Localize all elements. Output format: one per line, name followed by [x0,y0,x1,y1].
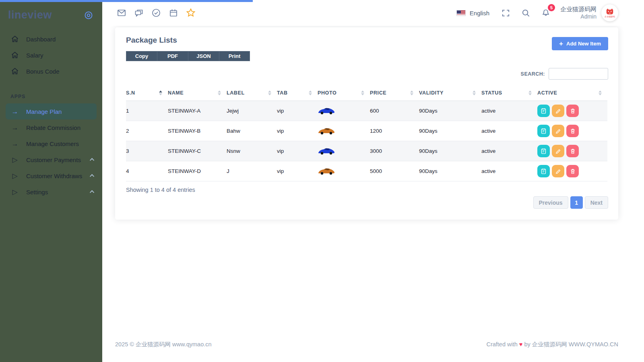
cell-tab: vip [277,161,318,181]
cell-tab: vip [277,141,318,161]
sidebar-item-label: Dashboard [26,36,94,43]
table-search: SEARCH: [521,68,608,80]
sidebar: lineview Dashboard Salary Bonus Code AP [0,0,102,362]
print-button[interactable]: Print [219,51,250,61]
top-header: English 5 企业猫源码网 Admin 企业猫源码 [102,0,644,26]
column-header-name[interactable]: NAME [168,86,227,101]
cell-price: 5000 [370,161,419,181]
notification-count-badge: 5 [548,4,555,11]
fullscreen-icon[interactable] [500,7,511,19]
column-header-tab[interactable]: TAB [277,86,318,101]
packages-table: S.N NAME LABEL TAB PHOTO PRICE VALIDITY … [126,86,607,181]
footer-credit-prefix: Crafted with [486,341,517,348]
sidebar-pin-icon[interactable] [84,10,93,20]
cell-price: 3000 [370,141,419,161]
sidebar-item-manage-plan[interactable]: → Manage Plan [6,103,97,119]
sidebar-section-apps: APPS [10,94,102,99]
column-header-photo[interactable]: PHOTO [318,86,370,101]
user-info: 企业猫源码网 Admin [560,6,597,20]
sidebar-item-label: Manage Customers [26,140,94,147]
us-flag-icon[interactable] [456,10,466,16]
heart-icon: ♥ [519,341,523,348]
row-actions [537,105,604,117]
view-button[interactable] [537,145,550,157]
arrow-right-icon: → [10,124,19,131]
column-header-validity[interactable]: VALIDITY [419,86,481,101]
cell-photo [318,161,370,181]
arrow-right-icon: → [10,140,19,147]
search-icon[interactable] [520,7,531,19]
sidebar-item-bonus-code[interactable]: Bonus Code [0,63,102,79]
previous-page-button[interactable]: Previous [533,196,568,209]
cell-name: STEINWAY-C [168,141,227,161]
sort-icon [599,90,602,95]
edit-button[interactable] [552,125,564,137]
check-circle-icon[interactable] [151,7,162,19]
copy-button[interactable]: Copy [126,51,157,61]
sidebar-item-label: Bonus Code [26,68,94,75]
column-header-label[interactable]: LABEL [227,86,277,101]
view-button[interactable] [537,125,550,137]
car-photo [318,126,335,136]
sidebar-menu: Dashboard Salary Bonus Code APPS → Manag… [0,31,102,200]
sidebar-item-salary[interactable]: Salary [0,47,102,63]
triangle-right-icon: ▷ [10,156,19,163]
delete-button[interactable] [566,145,579,157]
sidebar-item-manage-customers[interactable]: → Manage Customers [0,136,102,152]
user-avatar[interactable]: 企业猫源码 [601,4,618,21]
sort-icon [361,90,364,95]
cell-price: 600 [370,101,419,121]
edit-button[interactable] [552,165,564,177]
car-photo [318,167,335,176]
footer-credit: Crafted with♥by 企业猫源码网 WWW.QYMAO.CN [486,341,618,348]
next-page-button[interactable]: Next [585,196,608,209]
add-new-item-button[interactable]: + Add New Item [552,37,608,50]
search-input[interactable] [549,68,608,80]
sidebar-item-customer-payments[interactable]: ▷ Customer Payments [0,152,102,168]
mail-icon[interactable] [116,7,127,19]
sort-icon [268,90,271,95]
column-header-active[interactable]: ACTIVE [537,86,607,101]
cell-tab: vip [277,101,318,121]
view-button[interactable] [537,105,550,117]
column-header-price[interactable]: PRICE [370,86,419,101]
star-icon[interactable] [185,7,196,19]
sidebar-item-label: Customer Payments [26,156,91,163]
home-icon [10,67,19,75]
delete-button[interactable] [566,105,579,117]
header-right-cluster: English 5 企业猫源码网 Admin 企业猫源码 [456,4,618,21]
cell-sn: 2 [126,121,168,141]
sidebar-item-rebate-commission[interactable]: → Rebate Commission [0,119,102,136]
edit-button[interactable] [552,145,564,157]
view-button[interactable] [537,165,550,177]
cell-sn: 3 [126,141,168,161]
sidebar-item-settings[interactable]: ▷ Settings [0,184,102,200]
cell-validity: 90Days [419,141,481,161]
app-logo[interactable]: lineview [8,9,52,21]
pdf-button[interactable]: PDF [157,51,188,61]
table-row: 2 STEINWAY-B Bahw vip 1200 90Days active [126,121,607,141]
notifications-bell-icon[interactable]: 5 [540,7,551,19]
json-button[interactable]: JSON [188,51,219,61]
cell-validity: 90Days [419,121,481,141]
page-1-button[interactable]: 1 [570,196,583,209]
home-icon [10,35,19,43]
edit-button[interactable] [552,105,564,117]
column-header-status[interactable]: STATUS [481,86,537,101]
cell-label: J [227,161,277,181]
sidebar-item-customer-withdraws[interactable]: ▷ Customer Withdraws [0,168,102,184]
search-label: SEARCH: [521,71,545,77]
column-header-sn[interactable]: S.N [126,86,168,101]
chat-icon[interactable] [133,7,144,19]
sidebar-item-dashboard[interactable]: Dashboard [0,31,102,47]
sidebar-item-label: Rebate Commission [26,124,94,131]
sort-icon [410,90,413,95]
sidebar-item-label: Manage Plan [26,108,93,115]
cell-status: active [481,101,537,121]
page-footer: 2025 © 企业猫源码网 www.qymao.cn Crafted with♥… [115,341,618,348]
sidebar-header: lineview [0,0,102,21]
calendar-icon[interactable] [168,7,179,19]
language-selector[interactable]: English [470,10,489,16]
delete-button[interactable] [566,165,579,177]
delete-button[interactable] [566,125,579,137]
